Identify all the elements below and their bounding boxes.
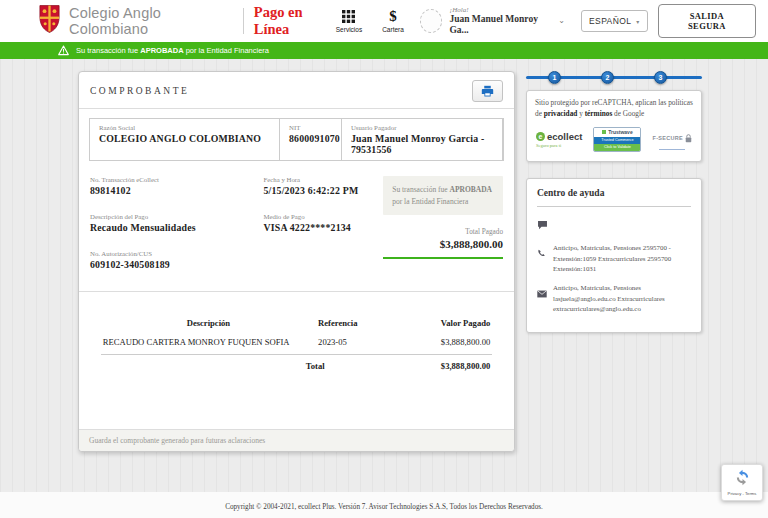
ecollect-icon: e xyxy=(536,132,545,141)
transaction-details: No. Transacción eCollect 89814102 Descri… xyxy=(79,167,514,291)
ecollect-badge: e ecollect Seguro para ti xyxy=(536,131,582,148)
col-header-referencia: Referencia xyxy=(316,314,383,332)
user-name: Juan Manuel Monroy Ga... xyxy=(449,14,552,36)
recaptcha-icon xyxy=(734,469,751,490)
top-header: Colegio Anglo Colombiano Pago en Línea S… xyxy=(0,0,768,42)
payer-info-box: Razón Social COLEGIO ANGLO COLOMBIANO NI… xyxy=(89,118,504,161)
dollar-icon: $ xyxy=(389,9,397,24)
nav-servicios-label: Servicios xyxy=(336,26,362,33)
ecollect-tagline: Seguro para ti xyxy=(536,143,582,148)
warning-icon xyxy=(58,42,69,60)
nit-field: NIT 8600091070 xyxy=(280,119,342,160)
razon-social-field: Razón Social COLEGIO ANGLO COLOMBIANO xyxy=(90,119,280,160)
approval-status-box: Su transacción fue APROBADA por la Entid… xyxy=(383,176,503,215)
sidebar: 1 2 3 Sitio protegido por reCAPTCHA, apl… xyxy=(526,71,702,333)
school-crest-logo xyxy=(38,4,61,38)
step-2[interactable]: 2 xyxy=(601,71,614,84)
alert-message: Su transacción fue APROBADA por la Entid… xyxy=(76,46,269,55)
receipt-card: COMPROBANTE Razón Social COLEGIO ANGLO C… xyxy=(78,71,515,452)
app-title: Pago en Línea xyxy=(254,4,336,38)
nav-cartera[interactable]: $ Cartera xyxy=(382,9,404,33)
table-total-row: Total $3,888,800.00 xyxy=(101,355,493,378)
printer-icon xyxy=(481,85,494,98)
transaction-number-field: No. Transacción eCollect 89814102 xyxy=(90,176,263,213)
trust-badges: e ecollect Seguro para ti Trustwave Trus… xyxy=(535,127,693,154)
chat-icon xyxy=(537,216,691,234)
progress-stepper: 1 2 3 xyxy=(526,71,702,85)
envelope-icon xyxy=(537,283,548,315)
help-divider xyxy=(537,206,691,207)
greeting: ¡Hola! xyxy=(449,6,552,14)
recaptcha-notice-text: Sitio protegido por reCAPTCHA, aplican l… xyxy=(535,98,693,120)
help-center-box: Centro de ayuda Anticipo, Matrículas, Pe… xyxy=(526,178,702,333)
fsecure-underline xyxy=(659,149,685,151)
print-button[interactable] xyxy=(472,80,503,102)
nav-cartera-label: Cartera xyxy=(382,26,404,33)
datetime-field: Fecha y Hora 5/15/2023 6:42:22 PM xyxy=(263,176,383,213)
payment-items-section: Descripción Referencia Valor Pagado RECA… xyxy=(79,292,514,429)
total-paid-amount: $3,888,800.00 xyxy=(383,238,503,250)
language-value: ESPAÑOL xyxy=(589,16,631,26)
avatar xyxy=(420,9,443,33)
authorization-field: No. Autorización/CUS 609102-340508189 xyxy=(90,250,263,287)
receipt-title: COMPROBANTE xyxy=(90,86,189,96)
school-name: Colegio Anglo Colombiano xyxy=(69,5,233,37)
grid-icon xyxy=(342,9,355,24)
user-menu[interactable]: ¡Hola! Juan Manuel Monroy Ga... ⌄ xyxy=(420,6,565,36)
chevron-down-icon: ⌄ xyxy=(558,16,565,25)
recaptcha-badge[interactable]: Privacy - Terms xyxy=(721,464,763,501)
col-header-descripcion: Descripción xyxy=(101,314,316,332)
step-1[interactable]: 1 xyxy=(548,71,561,84)
nav-servicios[interactable]: Servicios xyxy=(336,9,362,33)
privacy-link[interactable]: privacidad xyxy=(544,109,578,118)
payment-items-table: Descripción Referencia Valor Pagado RECA… xyxy=(101,314,493,377)
card-divider xyxy=(79,108,514,109)
table-row: RECAUDO CARTERA MONROY FUQUEN SOFIA 2023… xyxy=(101,332,493,355)
payment-method-field: Medio de Pago VISA 4222****2134 xyxy=(263,213,383,250)
total-paid: Total Pagado $3,888,800.00 xyxy=(383,228,503,259)
recaptcha-terms-text[interactable]: Privacy - Terms xyxy=(728,491,757,496)
payment-description-field: Descripción del Pago Recaudo Mensualidad… xyxy=(90,213,263,250)
trustwave-badge[interactable]: Trustwave Trusted Commerce Click to Vali… xyxy=(593,127,641,152)
select-arrow-icon: ▾ xyxy=(636,18,639,25)
help-phone-row: Anticipo, Matrículas, Pensiones 2595700 … xyxy=(537,243,691,275)
usuario-pagador-field: Usuario Pagador Juan Manuel Monroy Garci… xyxy=(342,119,503,160)
step-3[interactable]: 3 xyxy=(654,71,667,84)
help-email-row: Anticipo, Matrículas, Pensiones lasjuela… xyxy=(537,283,691,315)
header-nav: Servicios $ Cartera xyxy=(336,9,404,33)
secure-logout-button[interactable]: SALIDA SEGURA xyxy=(658,4,756,38)
save-receipt-note: Guarda el comprobante generado para futu… xyxy=(79,429,514,451)
recaptcha-notice-box: Sitio protegido por reCAPTCHA, aplican l… xyxy=(526,90,702,162)
lock-icon xyxy=(685,129,692,147)
help-center-title: Centro de ayuda xyxy=(537,188,691,198)
terms-link[interactable]: términos xyxy=(585,109,613,118)
fsecure-badge: F-SECURE xyxy=(652,129,692,151)
help-phone-text: Anticipo, Matrículas, Pensiones 2595700 … xyxy=(553,243,691,275)
phone-icon xyxy=(537,243,548,275)
help-email-text: Anticipo, Matrículas, Pensiones lasjuela… xyxy=(553,283,691,315)
brand-divider xyxy=(243,8,244,34)
col-header-valor-pagado: Valor Pagado xyxy=(383,314,493,332)
copyright-text: Copyright © 2004-2021, ecollect Plus. Ve… xyxy=(0,503,768,511)
brand: Colegio Anglo Colombiano Pago en Línea xyxy=(38,4,336,38)
language-select[interactable]: ESPAÑOL ▾ xyxy=(581,10,648,32)
transaction-status-banner: Su transacción fue APROBADA por la Entid… xyxy=(0,42,768,59)
trustwave-icon xyxy=(602,130,606,134)
